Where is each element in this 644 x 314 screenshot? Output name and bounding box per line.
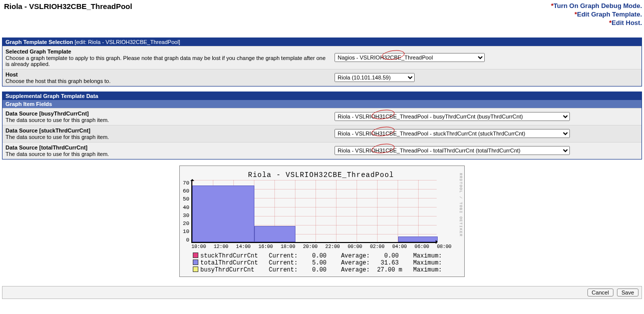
page-title: Riola - VSLRIOH32CBE_ThreadPool	[2, 2, 132, 10]
subheader-graph-items: Graph Item Fields	[3, 100, 641, 108]
chart-watermark: RRDTOOL / TOBI OETIKER	[459, 173, 463, 237]
footer-bar: Cancel Save	[2, 286, 642, 299]
chart-x-axis: 10:00 12:00 14:00 16:00 18:00 20:00 22:0…	[191, 244, 459, 250]
label-ds-busy: Data Source [busyThrdCurrCnt]	[6, 110, 330, 116]
select-ds-total[interactable]: Riola - VSLRIOH31CBE_ThreadPool - totalT…	[335, 146, 570, 155]
select-host[interactable]: Riola (10.101.148.59)	[335, 73, 415, 82]
label-host: Host	[6, 72, 330, 78]
desc-selected-template: Choose a graph template to apply to this…	[6, 55, 330, 67]
section-header-sup: Supplemental Graph Template Data	[3, 92, 641, 100]
link-edit-host[interactable]: Edit Host.	[611, 19, 642, 26]
desc-host: Choose the host that this graph belongs …	[6, 78, 330, 84]
graph-template-selection-section: Graph Template Selection [edit: Riola - …	[2, 38, 642, 86]
label-ds-total: Data Source [totalThrdCurrCnt]	[6, 144, 330, 150]
chart-y-axis: 70 60 50 40 30 20 10 0	[183, 180, 191, 243]
thread-pool-chart: RRDTOOL / TOBI OETIKER Riola - VSLRIOH32…	[179, 166, 465, 277]
section-header-gts: Graph Template Selection [edit: Riola - …	[3, 38, 641, 46]
label-ds-stuck: Data Source [stuckThrdCurrCnt]	[6, 128, 330, 134]
select-graph-template[interactable]: Nagios - VSLRIOH32CBE_ThreadPool	[335, 53, 485, 62]
chart-plot-area	[191, 180, 437, 243]
top-links: *Turn On Graph Debug Mode. *Edit Graph T…	[551, 2, 642, 28]
chart-title: Riola - VSLRIOH32CBE_ThreadPool	[183, 169, 459, 180]
link-debug-mode[interactable]: Turn On Graph Debug Mode.	[553, 2, 642, 10]
label-selected-template: Selected Graph Template	[6, 48, 330, 54]
cancel-button[interactable]: Cancel	[587, 288, 613, 296]
save-button[interactable]: Save	[617, 288, 638, 296]
chart-legend: stuckThrdCurrCnt Current: 0.00 Average: …	[183, 252, 459, 274]
select-ds-busy[interactable]: Riola - VSLRIOH31CBE_ThreadPool - busyTh…	[335, 112, 570, 121]
link-edit-template[interactable]: Edit Graph Template.	[577, 10, 642, 18]
supplemental-section: Supplemental Graph Template Data Graph I…	[2, 92, 642, 160]
select-ds-stuck[interactable]: Riola - VSLRIOH31CBE_ThreadPool - stuckT…	[335, 129, 570, 138]
